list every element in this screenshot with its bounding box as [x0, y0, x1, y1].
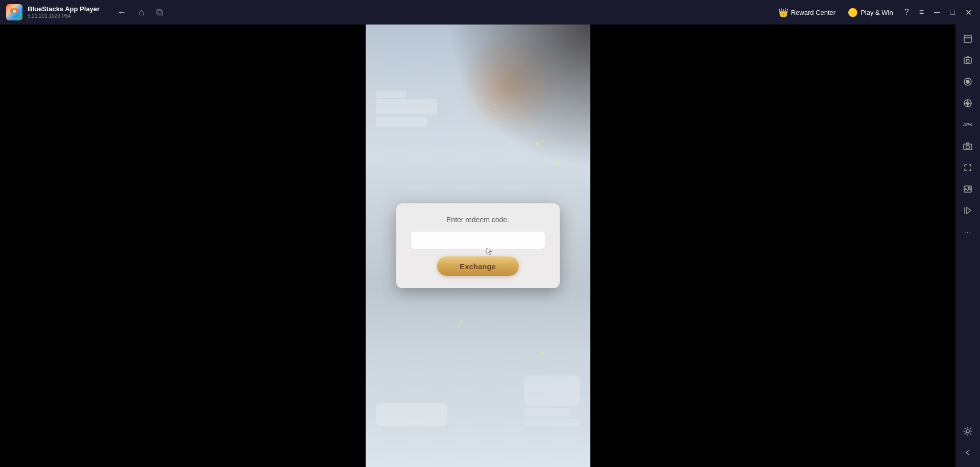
titlebar-right: 👑 Reward Center 🟡 Play & Win ? ≡ ─ □ ✕ [769, 6, 980, 19]
redeem-modal: Enter redeem code. Exchange [396, 203, 560, 288]
nav-buttons: ← ⌂ ⧉ [115, 5, 165, 20]
redeem-title: Enter redeem code. [446, 216, 509, 224]
back-button[interactable]: ← [115, 5, 128, 20]
redeem-code-input[interactable] [411, 231, 545, 249]
svg-point-13 [966, 146, 970, 149]
svg-point-15 [968, 187, 970, 189]
more-sidebar-button[interactable]: ··· [958, 222, 978, 242]
app-name: BlueStacks App Player [28, 5, 100, 13]
expand-sidebar-button[interactable] [958, 29, 978, 49]
resize-sidebar-button[interactable] [958, 157, 978, 178]
left-panel [0, 25, 366, 467]
svg-point-1 [13, 10, 16, 13]
location-sidebar-button[interactable] [958, 93, 978, 113]
back-sidebar-button[interactable] [958, 442, 978, 463]
svg-rect-2 [964, 35, 971, 42]
coin-icon: 🟡 [848, 8, 858, 17]
screenshot-sidebar-button[interactable] [958, 50, 978, 71]
camera2-sidebar-button[interactable] [958, 136, 978, 156]
minimize-button[interactable]: ─ [930, 6, 944, 19]
play-and-win-button[interactable]: 🟡 Play & Win [843, 6, 898, 19]
game-area: Enter redeem code. Exchange [0, 25, 955, 467]
game-viewport: Enter redeem code. Exchange [366, 25, 590, 467]
svg-point-7 [966, 80, 969, 83]
play-and-win-label: Play & Win [861, 9, 893, 16]
titlebar-left: BlueStacks App Player 5.21.201.1029 P64 … [0, 4, 769, 20]
image-sidebar-button[interactable] [958, 179, 978, 199]
svg-point-18 [966, 430, 969, 433]
reward-center-label: Reward Center [791, 9, 835, 16]
right-sidebar: APK ··· [955, 25, 980, 467]
app-version: 5.21.201.1029 P64 [28, 13, 100, 19]
script-sidebar-button[interactable] [958, 200, 978, 221]
right-panel [590, 25, 956, 467]
app-logo [6, 4, 22, 20]
home-button[interactable]: ⌂ [136, 5, 146, 20]
menu-button[interactable]: ≡ [915, 6, 928, 19]
copy-button[interactable]: ⧉ [154, 5, 165, 20]
apk-sidebar-button[interactable]: APK [958, 114, 978, 135]
maximize-button[interactable]: □ [946, 6, 959, 19]
svg-point-5 [966, 59, 969, 62]
exchange-button[interactable]: Exchange [437, 256, 519, 276]
record-sidebar-button[interactable] [958, 72, 978, 92]
settings-sidebar-button[interactable] [958, 421, 978, 441]
titlebar: BlueStacks App Player 5.21.201.1029 P64 … [0, 0, 980, 25]
crown-icon: 👑 [778, 8, 788, 17]
help-button[interactable]: ? [900, 6, 913, 19]
modal-backdrop: Enter redeem code. Exchange [366, 25, 590, 467]
reward-center-button[interactable]: 👑 Reward Center [773, 6, 841, 19]
svg-marker-16 [967, 207, 971, 214]
close-button[interactable]: ✕ [961, 6, 976, 19]
app-name-block: BlueStacks App Player 5.21.201.1029 P64 [28, 5, 100, 19]
